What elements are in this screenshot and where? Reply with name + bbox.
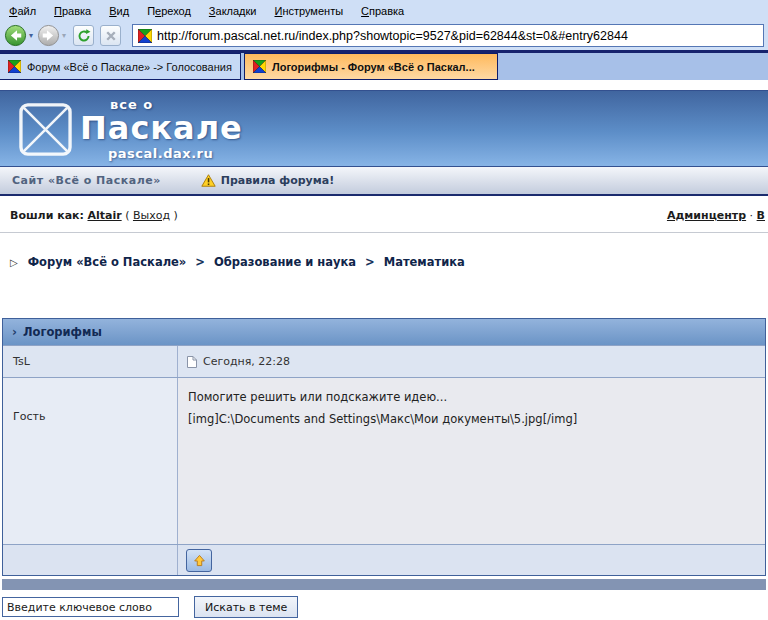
post-document-icon (187, 356, 197, 368)
menu-help[interactable]: Справка (352, 3, 413, 19)
breadcrumb-forum-link[interactable]: Форум «Всё о Паскале» (28, 255, 187, 269)
breadcrumb-arrow-icon: ▷ (10, 257, 18, 268)
username-link[interactable]: Altair (87, 209, 121, 222)
topic-title-bar: › Логорифмы (3, 319, 765, 345)
browser-menubar: Файл Правка Вид Переход Закладки Инструм… (0, 0, 768, 21)
breadcrumb-section-link[interactable]: Математика (384, 255, 465, 269)
post-role-cell: Гость (3, 378, 178, 544)
tab-favicon-icon (8, 60, 21, 73)
menu-edit[interactable]: Правка (45, 3, 100, 19)
address-bar[interactable] (132, 24, 764, 47)
search-input[interactable] (2, 597, 179, 617)
user-bar: Вошли как: Altair ( Выход ) Админцентр ·… (0, 196, 768, 233)
dot-separator: · (750, 209, 754, 222)
topic-title: Логорифмы (23, 325, 102, 339)
scroll-to-top-button[interactable] (186, 549, 212, 572)
menu-file[interactable]: Файл (0, 3, 45, 19)
logo-title: Паскале (80, 112, 243, 146)
tab-label: Форум «Всё о Паскале» -> Голосования (27, 61, 232, 73)
post-text-line: Помогите решить или подскажите идею... (188, 386, 765, 408)
back-icon (4, 24, 27, 47)
logged-in-label: Вошли как: (10, 209, 84, 222)
pascal-logo-icon (18, 102, 73, 157)
post-date-cell: Сегодня, 22:28 (178, 346, 765, 377)
post-content-cell: Помогите решить или подскажите идею... [… (178, 378, 765, 544)
admin-links: Админцентр · В (667, 209, 765, 222)
tab-favicon-icon (253, 60, 266, 73)
stop-icon (105, 30, 117, 42)
topic-table: › Логорифмы TsL Сегодня, 22:28 Гость Пом… (2, 318, 766, 576)
stop-button[interactable] (100, 25, 121, 46)
forum-rules-link[interactable]: Правила форума! (201, 174, 334, 187)
post-date: Сегодня, 22:28 (203, 355, 290, 368)
footer-bar (2, 579, 766, 590)
post-header-row: TsL Сегодня, 22:28 (3, 345, 765, 377)
site-favicon-icon (138, 29, 152, 43)
menu-bookmarks[interactable]: Закладки (200, 3, 266, 19)
logout-link[interactable]: Выход (133, 209, 170, 222)
post-footer-right-cell (178, 545, 765, 575)
topic-search: Искать в теме (2, 596, 768, 618)
tab-forum-votes[interactable]: Форум «Всё о Паскале» -> Голосования (0, 53, 241, 80)
tab-logarithms-active[interactable]: Логорифмы - Форум «Всё о Паскал... (244, 53, 498, 80)
logged-in-as: Вошли как: Altair ( Выход ) (10, 209, 178, 222)
post-footer-left-cell (3, 545, 178, 575)
back-button[interactable] (4, 24, 27, 47)
breadcrumb-separator: > (195, 255, 205, 269)
post-text-line: [img]C:\Documents and Settings\Макс\Мои … (188, 408, 765, 430)
post-author-role: Гость (13, 410, 45, 423)
warning-icon (201, 174, 216, 187)
browser-toolbar: ▾ ▾ (0, 21, 768, 50)
menu-tools[interactable]: Инструменты (265, 3, 352, 19)
back-dropdown-icon[interactable]: ▾ (29, 31, 33, 40)
up-arrow-icon (193, 554, 206, 567)
tab-label: Логорифмы - Форум «Всё о Паскал... (272, 61, 475, 73)
forward-dropdown-icon[interactable]: ▾ (62, 31, 66, 40)
paren-open: ( (125, 209, 129, 222)
tab-bar: Форум «Всё о Паскале» -> Голосования Лог… (0, 53, 768, 80)
breadcrumb: ▷ Форум «Всё о Паскале» > Образование и … (0, 233, 768, 318)
admin-center-link[interactable]: Админцентр (667, 209, 746, 222)
rules-label: Правила форума! (221, 174, 334, 187)
post-body-row: Гость Помогите решить или подскажите иде… (3, 377, 765, 544)
breadcrumb-category-link[interactable]: Образование и наука (214, 255, 356, 269)
forum-banner[interactable]: все о Паскале pascal.dax.ru (0, 90, 768, 167)
url-input[interactable] (157, 29, 758, 43)
reload-button[interactable] (73, 25, 94, 46)
reload-icon (77, 29, 91, 43)
post-author-cell: TsL (3, 346, 178, 377)
search-in-topic-button[interactable]: Искать в теме (194, 596, 298, 618)
forum-navstrip: Сайт «Всё о Паскале» Правила форума! (0, 167, 768, 196)
menu-go[interactable]: Переход (138, 3, 200, 19)
post-footer-row (3, 544, 765, 575)
logo-domain: pascal.dax.ru (108, 146, 243, 161)
topic-arrow-icon: › (12, 325, 17, 339)
forward-icon (37, 24, 60, 47)
forward-button[interactable] (37, 24, 60, 47)
clipped-link[interactable]: В (757, 209, 765, 222)
post-author[interactable]: TsL (13, 355, 30, 368)
site-link[interactable]: Сайт «Всё о Паскале» (12, 174, 161, 187)
menu-view[interactable]: Вид (100, 3, 138, 19)
logo-text-block: все о Паскале pascal.dax.ru (80, 97, 243, 161)
breadcrumb-separator: > (365, 255, 375, 269)
paren-close: ) (174, 209, 178, 222)
